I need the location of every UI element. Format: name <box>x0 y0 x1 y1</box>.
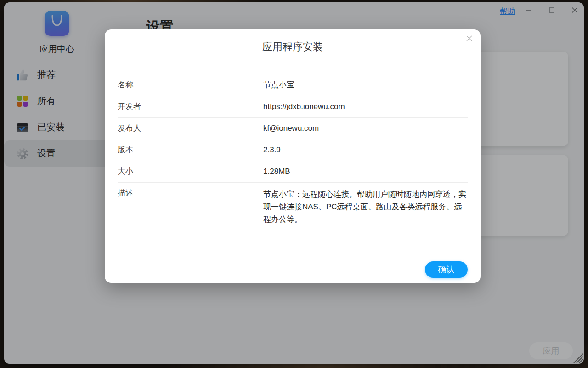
row-value: 1.28MB <box>263 167 468 177</box>
row-label: 开发者 <box>118 102 263 112</box>
row-value: kf@ionewu.com <box>263 123 468 133</box>
row-value: 2.3.9 <box>263 145 468 155</box>
table-row-publisher: 发布人 kf@ionewu.com <box>118 118 468 139</box>
row-label: 大小 <box>118 167 263 177</box>
row-value: 节点小宝：远程随心连接。帮助用户随时随地内网穿透，实现一键连接NAS、PC远程桌… <box>263 188 468 225</box>
app-detail-table: 名称 节点小宝 开发者 https://jdxb.ionewu.com 发布人 … <box>118 75 468 231</box>
desktop-background: 帮助 应用中心 <box>0 0 588 368</box>
table-row-description: 描述 节点小宝：远程随心连接。帮助用户随时随地内网穿透，实现一键连接NAS、PC… <box>118 183 468 231</box>
dialog-title: 应用程序安装 <box>105 40 481 54</box>
app-install-dialog: 应用程序安装 名称 节点小宝 开发者 https://jdxb.ionewu.c… <box>105 29 481 283</box>
row-value: 节点小宝 <box>263 80 468 90</box>
row-value: https://jdxb.ionewu.com <box>263 102 468 112</box>
row-label: 名称 <box>118 80 263 90</box>
table-row-developer: 开发者 https://jdxb.ionewu.com <box>118 96 468 118</box>
table-row-size: 大小 1.28MB <box>118 161 468 183</box>
row-label: 版本 <box>118 145 263 155</box>
table-row-name: 名称 节点小宝 <box>118 75 468 96</box>
row-label: 描述 <box>118 188 263 198</box>
row-label: 发布人 <box>118 123 263 133</box>
table-row-version: 版本 2.3.9 <box>118 139 468 161</box>
confirm-button[interactable]: 确认 <box>425 261 468 278</box>
